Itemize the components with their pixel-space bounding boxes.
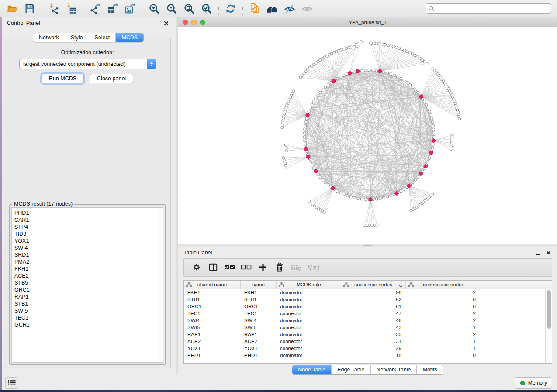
cell-successor_nodes: 29	[341, 346, 406, 351]
float-panel-button[interactable]	[152, 20, 159, 27]
table-row[interactable]: FKH1FKH1dominator962	[184, 289, 546, 296]
table-row[interactable]: ORC1ORC1dominator610	[184, 303, 546, 310]
table-row[interactable]: TEC1TEC1connector472	[184, 310, 546, 317]
result-list-scrollbar[interactable]	[157, 208, 163, 362]
status-bar: Memory	[2, 375, 557, 390]
export-network-button[interactable]	[86, 1, 104, 16]
mcds-result-item[interactable]: ORC1	[12, 286, 157, 293]
fx-icon: f(x)	[306, 263, 319, 272]
run-mcds-button[interactable]: Run MCDS	[42, 74, 84, 83]
cell-mcds_role: connector	[277, 339, 341, 344]
zoom-fit-button[interactable]	[180, 1, 198, 16]
refresh-icon	[225, 3, 236, 14]
zoom-out-button[interactable]	[163, 1, 180, 16]
close-mcds-panel-button[interactable]: Close panel	[90, 74, 133, 83]
mcds-result-item[interactable]: TEC1	[12, 314, 157, 321]
mcds-result-item[interactable]: ACE2	[12, 272, 157, 279]
dropdown-stepper-icon	[147, 59, 156, 69]
cell-shared_name: SWI4	[184, 318, 241, 323]
mcds-result-item[interactable]: PMA2	[12, 258, 157, 265]
save-session-button[interactable]	[21, 1, 38, 16]
column-header-predecessor-nodes[interactable]: predecessor nodes	[406, 281, 480, 289]
table-row[interactable]: SWI4SWI4dominator462	[184, 317, 546, 324]
control-panel-title: Control Panel	[7, 20, 40, 26]
import-table-button[interactable]	[62, 1, 80, 16]
table-settings-button[interactable]	[188, 260, 205, 275]
export-table-button[interactable]	[104, 1, 121, 16]
network-canvas[interactable]	[178, 27, 557, 244]
table-row[interactable]: SWI5SWI5connector431	[184, 324, 546, 331]
show-all-button[interactable]	[298, 1, 316, 16]
tab-select[interactable]: Select	[89, 33, 116, 42]
cell-mcds_role: dominator	[277, 297, 341, 302]
mcds-result-item[interactable]: CAR1	[12, 217, 157, 224]
table-row[interactable]: YOX1YOX1connector291	[184, 345, 546, 352]
export-table-icon	[107, 3, 118, 14]
double-home-icon	[266, 3, 278, 14]
maximize-window-icon[interactable]	[200, 20, 205, 25]
tab-mcds[interactable]: MCDS	[115, 33, 143, 42]
column-header-name[interactable]: name	[241, 281, 277, 289]
column-header-shared-name[interactable]: shared name	[184, 281, 241, 289]
close-panel-button[interactable]	[163, 20, 170, 27]
mcds-result-item[interactable]: STB5	[12, 279, 157, 286]
scrollbar-thumb[interactable]	[547, 290, 551, 329]
clear-selection-button[interactable]	[238, 260, 255, 275]
function-builder-button[interactable]: f(x)	[304, 260, 321, 275]
mcds-result-item[interactable]: SWI4	[12, 244, 157, 251]
search-input[interactable]	[434, 3, 551, 14]
network-graph[interactable]	[178, 27, 557, 244]
vertical-splitter[interactable]	[175, 17, 178, 375]
task-history-button[interactable]	[5, 377, 18, 389]
mcds-result-item[interactable]: RAP1	[12, 293, 157, 300]
memory-label: Memory	[528, 380, 547, 386]
tab-node-table[interactable]: Node Table	[292, 365, 331, 374]
delete-columns-button[interactable]	[271, 260, 288, 275]
mcds-result-item[interactable]: SWI5	[12, 307, 157, 314]
share-network-document-button[interactable]	[246, 1, 263, 16]
zoom-in-button[interactable]	[145, 1, 163, 16]
tab-motifs[interactable]: Motifs	[416, 365, 443, 374]
table-row[interactable]: ACE2ACE2connector311	[184, 338, 546, 345]
table-toolbar: f(x)	[183, 258, 552, 277]
export-image-button[interactable]	[121, 1, 139, 16]
show-columns-button[interactable]	[205, 260, 221, 275]
column-header-successor-nodes[interactable]: successor nodes	[341, 281, 406, 289]
delete-table-button[interactable]	[288, 260, 304, 275]
cell-successor_nodes: 62	[341, 297, 406, 302]
optimization-criterion-dropdown[interactable]: largest connected component (undirected)	[19, 59, 156, 69]
mcds-result-item[interactable]: FKH1	[12, 265, 157, 272]
mcds-result-item[interactable]: PHD1	[12, 210, 157, 217]
table-row[interactable]: PHD1PHD1dominator180	[184, 352, 546, 359]
mcds-result-item[interactable]: YOX1	[12, 237, 157, 244]
table-row[interactable]: RAP1RAP1dominator352	[184, 331, 546, 338]
import-network-button[interactable]	[45, 1, 62, 16]
close-window-icon[interactable]	[183, 20, 188, 25]
mcds-result-item[interactable]: STP4	[12, 224, 157, 230]
refresh-button[interactable]	[222, 1, 239, 16]
mcds-result-item[interactable]: STB1	[12, 300, 157, 307]
export-network-icon	[90, 3, 101, 14]
add-column-button[interactable]	[255, 260, 271, 275]
tab-network-table[interactable]: Network Table	[370, 365, 417, 374]
select-all-rows-button[interactable]	[221, 260, 238, 275]
mcds-result-item[interactable]: TID3	[12, 230, 157, 237]
mcds-result-item[interactable]: GCR1	[12, 321, 157, 328]
tab-style[interactable]: Style	[65, 33, 89, 42]
table-scrollbar[interactable]	[545, 289, 552, 363]
table-row[interactable]: STB1STB1dominator620	[184, 296, 546, 303]
minimize-window-icon[interactable]	[191, 20, 197, 25]
zoom-selected-button[interactable]	[198, 1, 215, 16]
column-header-mcds-role[interactable]: MCDS role	[277, 281, 341, 289]
preferred-layout-button[interactable]	[263, 1, 281, 16]
float-panel-button[interactable]	[535, 250, 541, 256]
tab-edge-table[interactable]: Edge Table	[331, 365, 370, 374]
tab-network[interactable]: Network	[33, 33, 65, 42]
hide-selected-button[interactable]	[281, 1, 298, 16]
column-label: name	[252, 282, 265, 287]
memory-button[interactable]: Memory	[515, 377, 552, 389]
open-file-button[interactable]	[3, 1, 21, 16]
mcds-result-item[interactable]: SRD1	[12, 251, 157, 258]
close-panel-button[interactable]	[545, 250, 552, 256]
horizontal-splitter[interactable]	[178, 244, 557, 247]
